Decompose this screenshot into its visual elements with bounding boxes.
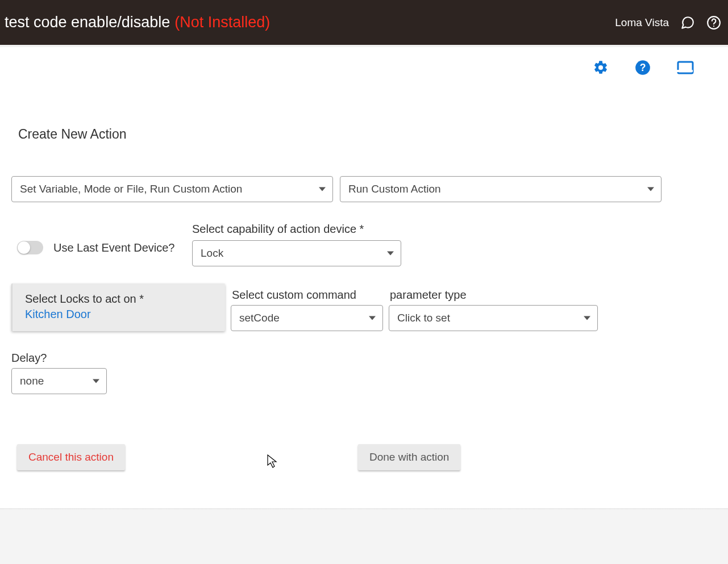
capability-select[interactable]: Lock <box>192 240 401 266</box>
capability-block: Select capability of action device * Loc… <box>192 223 401 266</box>
delay-select[interactable]: none <box>11 368 107 394</box>
custom-command-select[interactable]: setCode <box>231 305 383 331</box>
action-category-select[interactable]: Set Variable, Mode or File, Run Custom A… <box>11 176 333 202</box>
chevron-down-icon <box>93 379 99 383</box>
topbar: test code enable/disable (Not Installed)… <box>0 0 728 45</box>
svg-text:?: ? <box>640 62 646 73</box>
toggle-knob <box>18 241 30 254</box>
help-circle-icon[interactable] <box>706 15 721 30</box>
action-type-value: Run Custom Action <box>348 183 441 195</box>
done-button[interactable]: Done with action <box>358 444 460 470</box>
chevron-down-icon <box>369 316 376 320</box>
delay-label: Delay? <box>11 352 717 365</box>
delay-value: none <box>20 375 44 387</box>
locks-picker[interactable]: Select Locks to act on * Kitchen Door <box>11 283 225 331</box>
param-type-block: parameter type Click to set <box>389 289 598 331</box>
main-content: Create New Action Set Variable, Mode or … <box>0 76 728 470</box>
use-last-event-block: Use Last Event Device? <box>17 223 176 256</box>
custom-command-value: setCode <box>239 312 280 324</box>
delay-block: Delay? none <box>11 352 717 394</box>
topbar-title-group: test code enable/disable (Not Installed) <box>5 14 270 31</box>
capability-label: Select capability of action device * <box>192 223 401 236</box>
locks-picker-value: Kitchen Door <box>25 308 213 321</box>
install-status: (Not Installed) <box>174 14 270 31</box>
param-type-select[interactable]: Click to set <box>389 305 598 331</box>
toolbar: ? <box>0 47 728 76</box>
help-filled-icon[interactable]: ? <box>635 60 651 76</box>
locks-picker-label: Select Locks to act on * <box>25 293 213 306</box>
topbar-right: Loma Vista <box>615 15 721 30</box>
chevron-down-icon <box>647 187 654 191</box>
gear-icon[interactable] <box>593 60 609 76</box>
use-last-event-label: Use Last Event Device? <box>53 240 174 256</box>
use-last-event-toggle[interactable] <box>17 241 43 254</box>
param-type-label: parameter type <box>389 289 598 302</box>
chevron-down-icon <box>584 316 590 320</box>
param-type-value: Click to set <box>397 312 450 324</box>
user-label[interactable]: Loma Vista <box>615 16 669 29</box>
locks-command-row: Select Locks to act on * Kitchen Door Se… <box>11 283 717 331</box>
page-title: Create New Action <box>11 127 717 142</box>
app-title: test code enable/disable <box>5 14 170 31</box>
custom-command-block: Select custom command setCode <box>231 289 383 331</box>
chevron-down-icon <box>319 187 326 191</box>
custom-command-label: Select custom command <box>231 289 383 302</box>
window-icon[interactable] <box>677 60 694 75</box>
chat-icon[interactable] <box>680 15 695 30</box>
capability-value: Lock <box>201 247 223 260</box>
action-category-value: Set Variable, Mode or File, Run Custom A… <box>20 183 242 195</box>
cancel-button[interactable]: Cancel this action <box>17 444 125 470</box>
action-type-row: Set Variable, Mode or File, Run Custom A… <box>11 176 717 202</box>
chevron-down-icon <box>387 252 394 256</box>
footer-area <box>0 509 728 564</box>
action-type-select[interactable]: Run Custom Action <box>340 176 662 202</box>
button-row: Cancel this action Done with action <box>11 444 717 470</box>
capability-row: Use Last Event Device? Select capability… <box>11 223 717 266</box>
